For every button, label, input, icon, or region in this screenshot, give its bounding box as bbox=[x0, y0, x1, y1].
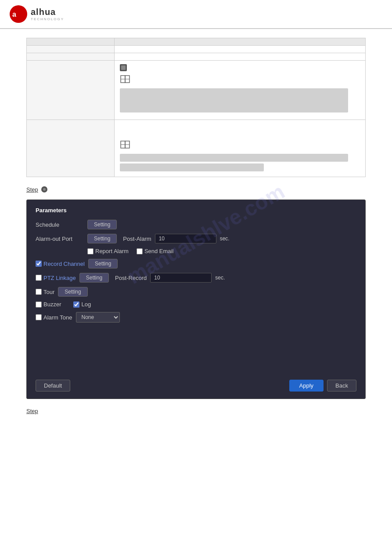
buzzer-label: Buzzer bbox=[43, 301, 61, 308]
table-cell-left bbox=[27, 120, 115, 177]
buzzer-item[interactable]: Buzzer bbox=[36, 301, 61, 308]
table-cell-right bbox=[115, 46, 366, 53]
log-item[interactable]: Log bbox=[73, 301, 91, 308]
back-button[interactable]: Back bbox=[327, 380, 356, 392]
header: a alhua TECHNOLOGY bbox=[0, 0, 392, 29]
alarm-tone-label: Alarm Tone bbox=[43, 314, 72, 321]
alarm-out-port-label: Alarm-out Port bbox=[36, 236, 84, 242]
doc-table-section bbox=[26, 38, 366, 177]
tour-row: Tour Setting bbox=[36, 287, 356, 297]
parameters-wrapper: Parameters Schedule Setting Alarm-out Po… bbox=[26, 200, 366, 399]
step-text: Step bbox=[26, 186, 38, 193]
send-email-checkbox[interactable] bbox=[137, 248, 143, 254]
post-record-sec: sec. bbox=[215, 275, 225, 281]
send-email-label: Send Email bbox=[144, 248, 173, 254]
log-label: Log bbox=[81, 301, 91, 308]
alarm-tone-row: Alarm Tone None Tone 1 Tone 2 Tone 3 bbox=[36, 312, 356, 323]
apply-button[interactable]: Apply bbox=[289, 380, 324, 392]
alarm-tone-item[interactable]: Alarm Tone bbox=[36, 314, 72, 321]
record-channel-item[interactable]: Record Channel bbox=[36, 261, 85, 267]
gray-block-1 bbox=[120, 88, 348, 112]
logo-sub: TECHNOLOGY bbox=[31, 17, 64, 21]
record-channel-checkbox[interactable] bbox=[36, 261, 42, 267]
alarm-tone-select[interactable]: None Tone 1 Tone 2 Tone 3 bbox=[76, 312, 120, 323]
buzzer-log-row: Buzzer Log bbox=[36, 301, 356, 308]
mid-section: Step bbox=[26, 186, 366, 193]
table-cell-right bbox=[115, 120, 366, 177]
gray-block-3 bbox=[120, 163, 264, 171]
alarm-tone-checkbox[interactable] bbox=[36, 314, 42, 320]
svg-text:a: a bbox=[12, 11, 16, 18]
log-checkbox[interactable] bbox=[73, 301, 79, 308]
gear-icon bbox=[41, 186, 48, 193]
ptz-linkage-row: PTZ Linkage Setting Post-Record sec. bbox=[36, 273, 356, 283]
logo: a alhua TECHNOLOGY bbox=[9, 4, 64, 24]
panel-title: Parameters bbox=[36, 207, 356, 214]
panel-footer: Default Apply Back bbox=[36, 375, 356, 392]
ptz-linkage-checkbox[interactable] bbox=[36, 275, 42, 281]
table-cell-left bbox=[27, 38, 115, 46]
logo-icon: a bbox=[9, 4, 31, 24]
record-channel-row: Record Channel Setting bbox=[36, 259, 356, 268]
post-alarm-input[interactable] bbox=[155, 234, 216, 243]
post-alarm-sec: sec. bbox=[220, 236, 230, 242]
report-alarm-item[interactable]: Report Alarm bbox=[87, 248, 129, 254]
report-alarm-row: Report Alarm Send Email bbox=[36, 248, 356, 254]
post-record-input[interactable] bbox=[150, 273, 212, 283]
logo-text: alhua bbox=[31, 7, 64, 17]
footer-right-buttons: Apply Back bbox=[289, 380, 356, 392]
svg-rect-3 bbox=[121, 65, 126, 70]
table-cell-left bbox=[27, 46, 115, 53]
ptz-linkage-item[interactable]: PTZ Linkage bbox=[36, 275, 76, 281]
bottom-text: Step bbox=[26, 408, 366, 414]
table-cell-right bbox=[115, 38, 366, 46]
alarm-out-port-row: Alarm-out Port Setting Post-Alarm sec. bbox=[36, 234, 356, 243]
settings-icon bbox=[120, 64, 127, 71]
record-channel-setting-button[interactable]: Setting bbox=[88, 259, 118, 268]
ptz-linkage-setting-button[interactable]: Setting bbox=[79, 273, 109, 283]
table-row bbox=[27, 61, 366, 120]
report-alarm-label: Report Alarm bbox=[95, 248, 129, 254]
ptz-linkage-label: PTZ Linkage bbox=[43, 275, 76, 281]
schedule-row: Schedule Setting bbox=[36, 220, 356, 229]
tour-setting-button[interactable]: Setting bbox=[58, 287, 87, 297]
parameters-panel: Parameters Schedule Setting Alarm-out Po… bbox=[26, 200, 366, 399]
table-row bbox=[27, 38, 366, 46]
doc-table bbox=[26, 38, 366, 177]
table-row bbox=[27, 46, 366, 53]
schedule-setting-button[interactable]: Setting bbox=[87, 220, 117, 229]
book-icon-2 bbox=[120, 140, 130, 149]
spacer bbox=[36, 327, 356, 362]
table-cell-left bbox=[27, 53, 115, 61]
gray-block-2 bbox=[120, 154, 348, 162]
buzzer-checkbox[interactable] bbox=[36, 301, 42, 308]
record-channel-label: Record Channel bbox=[43, 261, 85, 267]
post-record-label: Post-Record bbox=[115, 275, 147, 281]
svg-point-9 bbox=[43, 188, 46, 191]
report-alarm-checkbox[interactable] bbox=[87, 248, 94, 254]
alarm-out-port-setting-button[interactable]: Setting bbox=[87, 234, 117, 243]
tour-item[interactable]: Tour bbox=[36, 289, 54, 295]
book-icon bbox=[120, 75, 130, 83]
table-cell-right bbox=[115, 53, 366, 61]
tour-checkbox[interactable] bbox=[36, 289, 42, 295]
default-button[interactable]: Default bbox=[36, 380, 70, 392]
table-row bbox=[27, 120, 366, 177]
table-cell-right bbox=[115, 61, 366, 120]
tour-label: Tour bbox=[43, 289, 54, 295]
schedule-label: Schedule bbox=[36, 221, 84, 228]
table-cell-left bbox=[27, 61, 115, 120]
table-row bbox=[27, 53, 366, 61]
report-alarm-checkbox-group: Report Alarm Send Email bbox=[87, 248, 173, 254]
send-email-item[interactable]: Send Email bbox=[137, 248, 173, 254]
post-alarm-label: Post-Alarm bbox=[123, 236, 151, 242]
bottom-step-text: Step bbox=[26, 408, 38, 414]
